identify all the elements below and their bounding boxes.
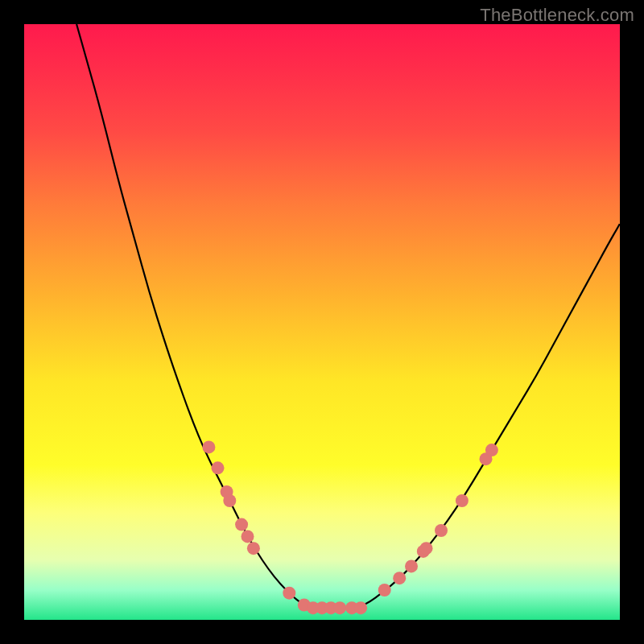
data-dot [485, 444, 498, 456]
data-dots [202, 440, 498, 614]
watermark-text: TheBottleneck.com [480, 5, 634, 26]
data-dot [283, 587, 295, 600]
data-dot [354, 601, 367, 614]
data-dot [405, 559, 418, 572]
chart-svg [24, 24, 620, 620]
curve-left [76, 24, 310, 608]
data-dot [333, 601, 346, 614]
data-dot [435, 524, 448, 537]
data-dot [393, 572, 406, 584]
data-dot [235, 518, 248, 531]
data-dot [242, 530, 254, 543]
app-frame: TheBottleneck.com [0, 0, 644, 644]
data-dot [247, 542, 260, 555]
data-dot [212, 461, 225, 474]
data-dot [456, 494, 469, 507]
data-dot [420, 542, 433, 555]
chart-plot-area [24, 24, 620, 620]
curve-right [357, 224, 620, 608]
data-dot [202, 440, 215, 453]
data-dot [378, 584, 391, 597]
data-dot [223, 494, 236, 507]
